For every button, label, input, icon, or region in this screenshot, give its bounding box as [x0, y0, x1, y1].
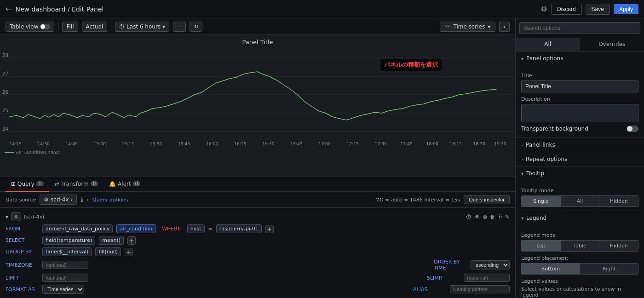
svg-text:16:45: 16:45 [290, 142, 302, 146]
qb-edit-icon[interactable]: ✎ [505, 214, 510, 220]
right-panel-tabs: All Overrides [516, 38, 644, 52]
back-button[interactable]: ← [6, 5, 12, 13]
tooltip-all[interactable]: All [560, 195, 599, 207]
panel-type-expand[interactable]: › [499, 22, 510, 32]
svg-text:16:00: 16:00 [206, 142, 218, 146]
tooltip-single[interactable]: Single [521, 195, 560, 207]
alias-label: ALIAS [413, 287, 446, 292]
qb-delete-icon[interactable]: 🗑 [490, 214, 495, 220]
group-by-fill[interactable]: fill(null) [95, 247, 121, 256]
legend-right[interactable]: Right [580, 263, 638, 275]
panel-type-selector[interactable]: 〰 Time series ▾ [440, 22, 495, 32]
svg-text:18:00: 18:00 [426, 142, 439, 146]
timezone-input[interactable] [42, 261, 88, 269]
time-range-picker[interactable]: ⏱ Last 6 hours ▾ [115, 22, 169, 32]
svg-text:14:30: 14:30 [37, 142, 50, 146]
title-field-input[interactable] [521, 80, 638, 92]
tab-alert[interactable]: 🔔 Alert 0 [104, 177, 146, 192]
tooltip-hidden[interactable]: Hidden [599, 195, 638, 207]
zoom-out-button[interactable]: − [173, 22, 186, 32]
qb-eye-icon[interactable]: 👁 [474, 214, 480, 220]
from-plus[interactable]: + [265, 225, 274, 233]
query-tabs: ⊞ Query 1 ⇄ Transform 0 🔔 Alert 0 [0, 177, 515, 192]
repeat-options-header[interactable]: › Repeat options [516, 152, 644, 166]
apply-button[interactable]: Apply [614, 4, 638, 14]
group-by-plus[interactable]: + [125, 248, 133, 256]
limit-input[interactable] [42, 274, 88, 282]
main-layout: Table view Fill Actual ⏱ Last 6 hours ▾ … [0, 18, 644, 298]
transparent-bg-row: Transparent background [521, 124, 638, 134]
qb-time-icon[interactable]: ⏱ [466, 214, 472, 220]
tab-transform[interactable]: ⇄ Transform 0 [49, 177, 104, 192]
table-view-toggle[interactable]: Table view [6, 22, 54, 32]
select-plus[interactable]: + [127, 236, 136, 245]
where-keyword: WHERE [159, 225, 184, 233]
datasource-selector[interactable]: ⚙ scd-4x › [40, 195, 77, 205]
slimit-input[interactable] [464, 274, 510, 282]
fill-button[interactable]: Fill [62, 22, 78, 32]
panel-links-header[interactable]: › Panel links [516, 138, 644, 152]
format-as-select[interactable]: Time series [42, 285, 84, 294]
qb-copy-icon[interactable]: ⊗ [483, 214, 487, 220]
save-button[interactable]: Save [586, 4, 610, 15]
refresh-button[interactable]: ↻ [190, 22, 202, 32]
legend-label: Legend [526, 215, 546, 221]
legend-placement-label: Legend placement [521, 255, 638, 261]
settings-icon[interactable]: ⚙ [541, 5, 547, 13]
group-by-time[interactable]: time($__interval) [42, 247, 92, 256]
query-inspector-button[interactable]: Query inspector [464, 195, 510, 204]
legend-bottom[interactable]: Bottom [521, 263, 580, 275]
panel-type-icon: 〰 [445, 23, 450, 30]
legend-mode-label: Legend mode [521, 232, 638, 238]
legend-values-desc: Select values or calculations to show in… [521, 286, 638, 298]
query-tab-badge: 1 [36, 181, 44, 186]
alias-input[interactable] [450, 285, 510, 293]
datasource-info-icon[interactable]: ℹ [80, 196, 83, 203]
tab-overrides[interactable]: Overrides [580, 38, 644, 51]
svg-text:26: 26 [2, 90, 8, 95]
tooltip-header[interactable]: ▾ Tooltip [516, 166, 644, 180]
svg-text:17:30: 17:30 [375, 142, 387, 146]
legend-arrow: ▾ [521, 216, 523, 221]
svg-text:air_condition.mean: air_condition.mean [16, 149, 61, 155]
collapse-icon[interactable]: ▾ [6, 214, 8, 220]
query-tab-label: Query [17, 181, 34, 187]
panel-type-label: Time series [453, 23, 485, 30]
alert-tab-label: Alert [118, 181, 131, 187]
panel-area: Table view Fill Actual ⏱ Last 6 hours ▾ … [0, 18, 515, 298]
transparent-bg-toggle[interactable] [627, 126, 638, 132]
repeat-options-label: Repeat options [526, 156, 567, 162]
svg-text:15:45: 15:45 [178, 142, 190, 146]
table-view-dot[interactable] [40, 24, 50, 29]
where-value[interactable]: raspberry-pi-01 [216, 224, 262, 233]
qb-drag-icon[interactable]: ⠿ [498, 214, 502, 220]
transform-tab-icon: ⇄ [55, 181, 59, 187]
actual-button[interactable]: Actual [82, 22, 108, 32]
discard-button[interactable]: Discard [551, 4, 582, 15]
chart-container: Panel Title パネルの種類を選択 28 27 26 25 24 14:… [0, 35, 515, 177]
legend-hidden[interactable]: Hidden [599, 240, 638, 252]
from-measurement[interactable]: air_condition [116, 224, 155, 233]
description-field-input[interactable] [521, 104, 638, 122]
query-options-link[interactable]: Query options [92, 197, 128, 203]
time-range-chevron: ▾ [162, 23, 165, 30]
svg-text:15:00: 15:00 [94, 142, 106, 146]
tab-all[interactable]: All [516, 38, 580, 51]
order-by-select[interactable]: ascending [471, 260, 510, 269]
tooltip-mode-group: Single All Hidden [521, 195, 638, 207]
select-func[interactable]: mean() [99, 236, 124, 245]
tab-query[interactable]: ⊞ Query 1 [6, 177, 49, 192]
select-field[interactable]: field(tempareture) [42, 236, 95, 245]
section-tooltip: ▾ Tooltip Tooltip mode Single All Hidden [516, 166, 644, 211]
where-key[interactable]: host [187, 224, 205, 233]
section-repeat-options: › Repeat options [516, 152, 644, 166]
from-policy[interactable]: ambient_raw_data_policy [42, 224, 113, 233]
legend-body: Legend mode List Table Hidden Legend pla… [516, 225, 644, 298]
topbar: ← New dashboard / Edit Panel ⚙ Discard S… [0, 0, 644, 18]
search-input[interactable] [519, 22, 640, 34]
legend-table[interactable]: Table [560, 240, 599, 252]
panel-options-header[interactable]: ▾ Panel options [516, 52, 644, 65]
time-range-label: Last 6 hours [126, 23, 161, 30]
legend-header[interactable]: ▾ Legend [516, 211, 644, 225]
legend-list[interactable]: List [521, 240, 560, 252]
